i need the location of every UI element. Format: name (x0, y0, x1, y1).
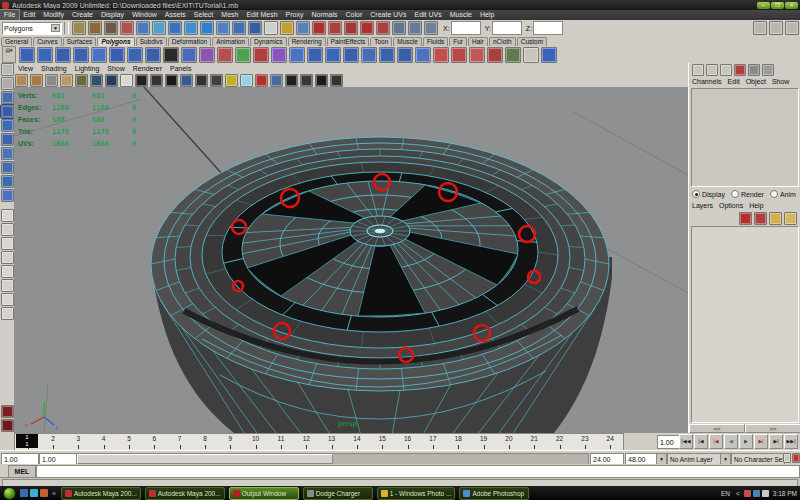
poly-cone-icon[interactable] (73, 47, 89, 63)
layout-single-pane-icon[interactable] (1, 209, 14, 222)
go-to-start-button[interactable]: |◀◀ (679, 434, 693, 449)
tray-network-icon[interactable] (753, 490, 760, 497)
panel-menu-item[interactable]: Panels (166, 63, 195, 74)
layer-menu-item[interactable]: Layers (689, 200, 716, 211)
smooth-icon[interactable] (271, 47, 287, 63)
frame-tick[interactable]: 11 (268, 434, 293, 450)
multisample-icon[interactable] (300, 74, 313, 87)
panel-layout-a-icon[interactable] (692, 64, 704, 76)
poly-sphere-icon[interactable] (19, 47, 35, 63)
select-component-icon[interactable] (152, 21, 166, 35)
help-mode-icon[interactable] (264, 21, 278, 35)
play-backwards-button[interactable]: ◀ (724, 434, 738, 449)
snap-view-icon[interactable] (232, 21, 246, 35)
shelf-tab[interactable]: PaintEffects (327, 37, 370, 46)
poly-helix-icon[interactable] (181, 47, 197, 63)
mirror-geometry-icon[interactable] (289, 47, 305, 63)
auto-key-toggle-icon[interactable] (792, 453, 800, 463)
frame-tick[interactable]: 12 (294, 434, 319, 450)
layout-persp-outliner-icon[interactable] (1, 237, 14, 250)
play-forwards-button[interactable]: ▶ (739, 434, 753, 449)
layer-new-icon[interactable] (739, 212, 752, 225)
frame-tick[interactable]: 2 (40, 434, 65, 450)
backface-icon[interactable] (255, 74, 268, 87)
split-polygon-icon[interactable] (379, 47, 395, 63)
task-maya-1[interactable]: Autodesk Maya 200... (61, 487, 141, 500)
menu-item[interactable]: Assets (161, 10, 190, 20)
frame-tick[interactable]: 24 (598, 434, 623, 450)
magnet-snap-5-icon[interactable] (376, 21, 390, 35)
layout-panel-7-icon[interactable] (1, 293, 14, 306)
select-tool-icon[interactable] (1, 63, 14, 76)
shelf-tab[interactable]: Animation (212, 37, 249, 46)
safe-title-icon[interactable] (165, 74, 178, 87)
close-button[interactable]: ✕ (785, 2, 798, 9)
select-hierarchy-icon[interactable] (120, 21, 134, 35)
layer-mode-radio[interactable]: Anim (770, 190, 796, 198)
menu-item[interactable]: Create (68, 10, 97, 20)
menu-item[interactable]: Muscle (446, 10, 476, 20)
task-photo-viewer[interactable]: 1 - Windows Photo ... (377, 487, 456, 500)
layout-four-pane-icon[interactable] (1, 223, 14, 236)
frame-tick[interactable]: 13 (319, 434, 344, 450)
open-scene-icon[interactable] (88, 21, 102, 35)
menu-item[interactable]: Proxy (282, 10, 308, 20)
step-forward-frame-button[interactable]: ▶| (769, 434, 783, 449)
tray-expand-arrow[interactable]: < (736, 490, 740, 497)
snap-point-icon[interactable] (200, 21, 214, 35)
shelf-tab[interactable]: nCloth (489, 37, 516, 46)
step-back-frame-button[interactable]: |◀ (694, 434, 708, 449)
menu-item[interactable]: Normals (307, 10, 341, 20)
channel-box-menu-item[interactable]: Object (743, 76, 769, 87)
panel-layout-b-icon[interactable] (706, 64, 718, 76)
frame-tick[interactable]: 20 (496, 434, 521, 450)
lighting-icon[interactable] (225, 74, 238, 87)
pager-next-button[interactable]: >> (745, 424, 800, 433)
show-channel-box-icon[interactable] (785, 21, 799, 35)
safe-action-icon[interactable] (150, 74, 163, 87)
shelf-tab[interactable]: Fur (449, 37, 467, 46)
range-slider-handle[interactable] (77, 454, 333, 464)
layer-list[interactable] (691, 226, 799, 423)
perspective-viewport[interactable]: y x z Verts: 601 601 0 Edges: 1188 1188 … (14, 87, 688, 433)
frame-tick[interactable]: 21 (522, 434, 547, 450)
shelf-tab[interactable]: General (1, 37, 32, 46)
xray-icon[interactable] (240, 74, 253, 87)
paint-select-tool-icon[interactable] (1, 91, 14, 104)
menu-item[interactable]: Edit Mesh (242, 10, 281, 20)
rotate-tool-icon[interactable] (1, 119, 14, 132)
layer-move-up-icon[interactable] (769, 212, 782, 225)
frame-tick[interactable]: 18 (446, 434, 471, 450)
menu-item[interactable]: Help (476, 10, 498, 20)
pager-prev-button[interactable]: << (689, 424, 745, 433)
camera-prev-icon[interactable] (30, 74, 43, 87)
bevel-icon[interactable] (307, 47, 323, 63)
last-tool-icon[interactable] (1, 189, 14, 202)
shaded-mode-icon[interactable] (195, 74, 208, 87)
channel-box-menu-item[interactable]: Edit (725, 76, 743, 87)
fog-icon[interactable] (285, 74, 298, 87)
menu-item[interactable]: Display (97, 10, 128, 20)
display-toggle-icon[interactable] (748, 64, 760, 76)
poly-prism-icon[interactable] (127, 47, 143, 63)
bookmark-icon[interactable] (45, 74, 58, 87)
mel-label[interactable]: MEL (8, 465, 36, 477)
quicklaunch-desktop-icon[interactable] (30, 489, 38, 497)
menu-item[interactable]: Modify (39, 10, 68, 20)
language-indicator[interactable]: EN (721, 490, 730, 497)
planar-mapping-icon[interactable] (433, 47, 449, 63)
image-plane-icon[interactable] (60, 74, 73, 87)
menu-item[interactable]: Edit UVs (410, 10, 445, 20)
cylindrical-mapping-icon[interactable] (451, 47, 467, 63)
panel-menu-item[interactable]: View (14, 63, 37, 74)
depth-icon[interactable] (315, 74, 328, 87)
frame-tick[interactable]: 8 (192, 434, 217, 450)
uv-snapshot-icon[interactable] (505, 47, 521, 63)
separate-icon[interactable] (217, 47, 233, 63)
spherical-mapping-icon[interactable] (469, 47, 485, 63)
pencil-icon[interactable] (762, 64, 774, 76)
soft-mod-tool-icon[interactable] (1, 161, 14, 174)
frame-tick[interactable]: 17 (420, 434, 445, 450)
task-maya-2[interactable]: Autodesk Maya 200... (145, 487, 225, 500)
insert-edge-loop-icon[interactable] (397, 47, 413, 63)
